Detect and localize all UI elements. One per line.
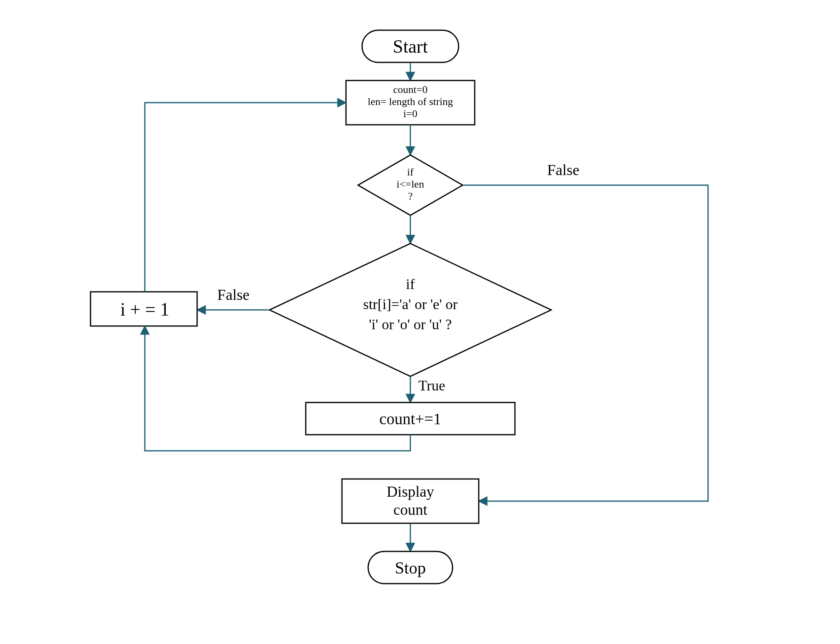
flowchart-canvas: Start count=0 len= length of string i=0 … xyxy=(0,0,840,644)
cond2-false-label: False xyxy=(217,286,249,303)
stop-label: Stop xyxy=(395,559,426,577)
stop-node: Stop xyxy=(368,551,453,584)
edge-cond1-false xyxy=(463,185,708,501)
cond1-false-label: False xyxy=(547,161,579,178)
edge-loop-back xyxy=(145,103,346,292)
init-node: count=0 len= length of string i=0 xyxy=(346,80,475,125)
init-line2: len= length of string xyxy=(368,96,453,107)
cond2-line1: if xyxy=(406,276,415,292)
cond1-line3: ? xyxy=(408,190,413,202)
increment-count-node: count+=1 xyxy=(306,402,515,435)
cond1-node: if i<=len ? xyxy=(358,155,463,215)
cond2-node: if str[i]='a' or 'e' or 'i' or 'o' or 'u… xyxy=(270,244,551,376)
cond1-line2: i<=len xyxy=(397,178,424,190)
display-node: Display count xyxy=(342,479,479,523)
cond1-line1: if xyxy=(407,166,414,178)
cond2-true-label: True xyxy=(418,378,445,394)
increment-i-label: i + = 1 xyxy=(120,299,169,320)
init-line3: i=0 xyxy=(404,108,418,120)
increment-count-label: count+=1 xyxy=(379,410,441,428)
start-label: Start xyxy=(393,36,428,57)
increment-i-node: i + = 1 xyxy=(91,292,197,326)
init-line1: count=0 xyxy=(393,84,427,95)
display-line2: count xyxy=(393,501,428,518)
display-line1: Display xyxy=(387,483,434,500)
start-node: Start xyxy=(362,30,459,62)
cond2-line3: 'i' or 'o' or 'u' ? xyxy=(369,316,452,332)
cond2-line2: str[i]='a' or 'e' or xyxy=(363,296,457,312)
